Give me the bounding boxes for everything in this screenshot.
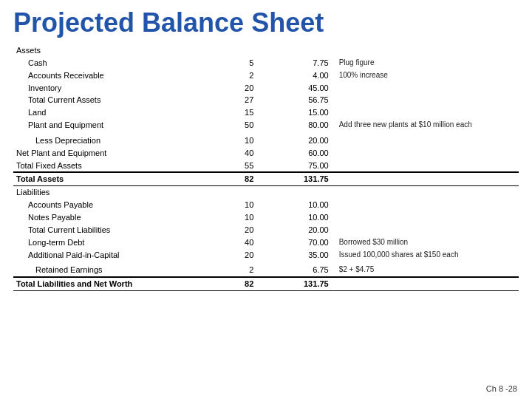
plant-val1: 50 bbox=[200, 119, 256, 132]
land-val1: 15 bbox=[200, 106, 256, 119]
total-assets-label: Total Assets bbox=[13, 172, 200, 185]
plant-val2: 80.00 bbox=[256, 119, 331, 132]
total-assets-val1: 82 bbox=[200, 172, 256, 185]
land-val2: 15.00 bbox=[256, 106, 331, 119]
inventory-label: Inventory bbox=[13, 82, 200, 95]
inventory-val1: 20 bbox=[200, 82, 256, 95]
ar-val2: 4.00 bbox=[256, 69, 331, 82]
tca-val1: 27 bbox=[200, 94, 256, 106]
total-liab-val1: 82 bbox=[200, 277, 256, 290]
np-val2: 10.00 bbox=[256, 211, 331, 224]
deprec-label: Less Depreciation bbox=[13, 134, 200, 147]
tcl-val1: 20 bbox=[200, 224, 256, 236]
net-plant-val1: 40 bbox=[200, 147, 256, 160]
cash-val2: 7.75 bbox=[256, 57, 331, 69]
ap-label: Accounts Payable bbox=[13, 199, 200, 211]
tca-val2: 56.75 bbox=[256, 94, 331, 106]
ltd-label: Long-term Debt bbox=[13, 236, 200, 249]
total-liab-val2: 131.75 bbox=[256, 277, 331, 290]
apic-note: Issued 100,000 shares at $150 each bbox=[332, 249, 519, 262]
ap-val2: 10.00 bbox=[256, 199, 331, 211]
deprec-val1: 10 bbox=[200, 134, 256, 147]
ar-val1: 2 bbox=[200, 69, 256, 82]
np-val1: 10 bbox=[200, 211, 256, 224]
inventory-note bbox=[332, 82, 519, 95]
tcl-label: Total Current Liabilities bbox=[13, 224, 200, 236]
plant-note: Add three new plants at $10 million each bbox=[332, 119, 519, 132]
liabilities-header: Liabilities bbox=[13, 186, 200, 199]
chapter-label: Ch 8 -28 bbox=[486, 384, 517, 393]
ar-label: Accounts Receivable bbox=[13, 69, 200, 82]
ltd-val2: 70.00 bbox=[256, 236, 331, 249]
total-assets-val2: 131.75 bbox=[256, 172, 331, 185]
tfa-val1: 55 bbox=[200, 160, 256, 173]
re-val1: 2 bbox=[200, 264, 256, 277]
tca-label: Total Current Assets bbox=[13, 94, 200, 106]
apic-label: Additional Paid-in-Capital bbox=[13, 249, 200, 262]
tfa-label: Total Fixed Assets bbox=[13, 160, 200, 173]
ar-note: 100% increase bbox=[332, 69, 519, 82]
page-title: Projected Balance Sheet bbox=[13, 7, 519, 38]
deprec-val2: 20.00 bbox=[256, 134, 331, 147]
assets-header: Assets bbox=[13, 44, 200, 57]
re-note: $2 + $4.75 bbox=[332, 264, 519, 277]
page: Projected Balance Sheet Assets Cash 5 7.… bbox=[0, 0, 532, 399]
tfa-val2: 75.00 bbox=[256, 160, 331, 173]
re-val2: 6.75 bbox=[256, 264, 331, 277]
np-label: Notes Payable bbox=[13, 211, 200, 224]
net-plant-label: Net Plant and Equipment bbox=[13, 147, 200, 160]
apic-val1: 20 bbox=[200, 249, 256, 262]
ap-val1: 10 bbox=[200, 199, 256, 211]
cash-label: Cash bbox=[13, 57, 200, 69]
cash-note: Plug figure bbox=[332, 57, 519, 69]
net-plant-val2: 60.00 bbox=[256, 147, 331, 160]
apic-val2: 35.00 bbox=[256, 249, 331, 262]
re-label: Retained Earnings bbox=[13, 264, 200, 277]
balance-sheet-table: Assets Cash 5 7.75 Plug figure Accounts … bbox=[13, 44, 519, 291]
plant-label: Plant and Equipment bbox=[13, 119, 200, 132]
total-liab-label: Total Liabilities and Net Worth bbox=[13, 277, 200, 290]
cash-val1: 5 bbox=[200, 57, 256, 69]
ltd-note: Borrowed $30 million bbox=[332, 236, 519, 249]
tcl-val2: 20.00 bbox=[256, 224, 331, 236]
ltd-val1: 40 bbox=[200, 236, 256, 249]
inventory-val2: 45.00 bbox=[256, 82, 331, 95]
land-label: Land bbox=[13, 106, 200, 119]
